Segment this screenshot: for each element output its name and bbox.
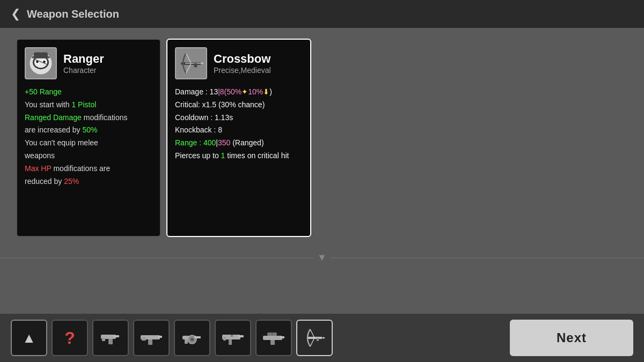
crossbow-subtitle: Precise,Medieval bbox=[214, 66, 271, 75]
weapon-slot-crossbow[interactable] bbox=[296, 320, 333, 356]
svg-rect-25 bbox=[142, 337, 146, 341]
stat-knockback: Knockback : 8 bbox=[175, 124, 303, 137]
svg-rect-10 bbox=[34, 52, 48, 58]
main-area: Ranger Character +50 Range You start wit… bbox=[0, 28, 644, 248]
svg-marker-45 bbox=[323, 337, 325, 339]
stat-critical: Critical: x1.5 (30% chance) bbox=[175, 99, 303, 112]
stat-range: +50 Range bbox=[25, 86, 152, 99]
ranger-subtitle: Character bbox=[63, 66, 104, 75]
ranger-icon bbox=[25, 47, 57, 79]
weapon-slot-4[interactable] bbox=[215, 320, 251, 356]
ranger-card[interactable]: Ranger Character +50 Range You start wit… bbox=[16, 39, 161, 237]
svg-line-42 bbox=[310, 329, 314, 338]
svg-rect-17 bbox=[194, 63, 197, 67]
page-title: Weapon Selection bbox=[27, 8, 119, 20]
question-slot[interactable]: ? bbox=[52, 320, 88, 356]
stat-ranged-dmg: Ranged Damage modificationsare increased… bbox=[25, 112, 152, 137]
svg-rect-21 bbox=[102, 338, 105, 341]
scroll-up-button[interactable]: ▲ bbox=[11, 320, 47, 356]
svg-rect-19 bbox=[108, 339, 113, 344]
stat-pistol: You start with 1 Pistol bbox=[25, 99, 152, 112]
top-bar: ❮ Weapon Selection bbox=[0, 0, 644, 28]
svg-rect-32 bbox=[229, 339, 232, 345]
crossbow-title-block: Crossbow Precise,Medieval bbox=[214, 52, 271, 75]
ranger-stats: +50 Range You start with 1 Pistol Ranged… bbox=[25, 86, 152, 188]
weapon-slot-5[interactable] bbox=[255, 320, 292, 356]
svg-line-43 bbox=[310, 338, 314, 346]
stat-pierce: Pierces up to 1 times on critical hit bbox=[175, 150, 303, 162]
svg-rect-20 bbox=[114, 335, 119, 337]
crossbow-name: Crossbow bbox=[214, 52, 271, 66]
crossbow-card-header: Crossbow Precise,Medieval bbox=[175, 47, 303, 79]
stat-cooldown: Cooldown : 1.13s bbox=[175, 112, 303, 124]
svg-rect-30 bbox=[185, 339, 188, 344]
svg-rect-33 bbox=[238, 335, 244, 337]
divider-arrow: ▼ bbox=[314, 252, 330, 263]
crossbow-icon bbox=[175, 47, 207, 79]
stat-no-melee: You can't equip meleeweapons bbox=[25, 137, 152, 162]
svg-rect-24 bbox=[158, 336, 162, 338]
next-button[interactable]: Next bbox=[510, 320, 633, 356]
crossbow-stats: Damage : 13|8(50%✦10%⬇) Critical: x1.5 (… bbox=[175, 86, 303, 162]
svg-rect-23 bbox=[148, 339, 152, 345]
svg-rect-37 bbox=[270, 340, 275, 345]
ranger-card-header: Ranger Character bbox=[25, 47, 152, 79]
back-button[interactable]: ❮ bbox=[11, 7, 20, 21]
weapon-slot-2[interactable] bbox=[133, 320, 170, 356]
svg-rect-35 bbox=[231, 335, 233, 337]
svg-rect-34 bbox=[223, 337, 226, 341]
svg-rect-29 bbox=[194, 336, 201, 338]
svg-point-28 bbox=[191, 338, 194, 341]
stat-range: Range : 400|350 (Ranged) bbox=[175, 137, 303, 150]
bottom-bar: ▲ ? bbox=[0, 314, 644, 362]
divider: ▼ bbox=[0, 250, 644, 265]
ranger-name: Ranger bbox=[63, 52, 104, 66]
weapon-slot-3[interactable] bbox=[174, 320, 210, 356]
svg-rect-36 bbox=[263, 336, 282, 340]
stat-max-hp: Max HP modifications arereduced by 25% bbox=[25, 162, 152, 188]
svg-rect-38 bbox=[280, 336, 284, 338]
stat-damage: Damage : 13|8(50%✦10%⬇) bbox=[175, 86, 303, 99]
ranger-title-block: Ranger Character bbox=[63, 52, 104, 75]
crossbow-card[interactable]: Crossbow Precise,Medieval Damage : 13|8(… bbox=[166, 39, 311, 237]
weapon-slot-1[interactable] bbox=[92, 320, 129, 356]
svg-rect-46 bbox=[317, 338, 319, 341]
